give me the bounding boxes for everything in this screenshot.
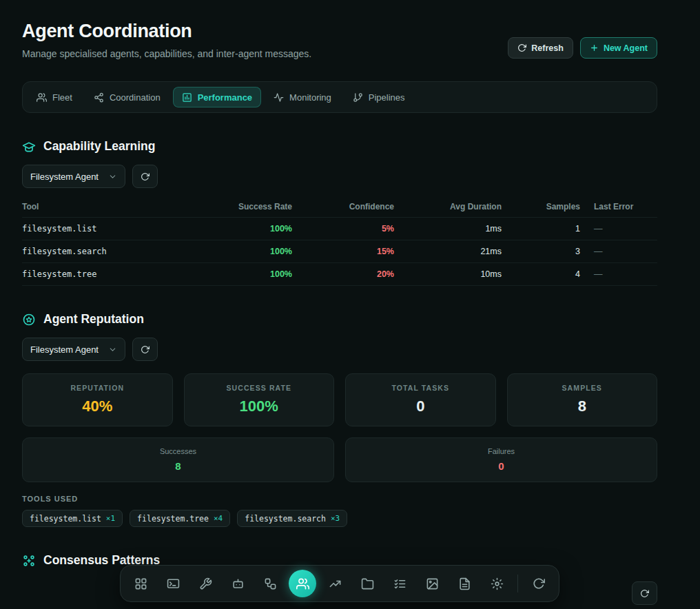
plus-icon: [590, 43, 599, 52]
col-success-rate: Success Rate: [182, 196, 292, 218]
terminal-icon[interactable]: [159, 570, 187, 597]
tool-chip-name: filesystem.list: [30, 514, 101, 524]
wrench-icon[interactable]: [192, 570, 219, 597]
tab-performance[interactable]: Performance: [173, 87, 261, 107]
table-row[interactable]: filesystem.tree 100% 20% 10ms 4 —: [22, 263, 657, 286]
refresh-icon: [517, 43, 526, 52]
page-title: Agent Coordination: [22, 21, 311, 42]
grid-icon[interactable]: [127, 570, 154, 597]
git-branch-icon: [353, 92, 363, 103]
cell-last-error: —: [580, 218, 657, 240]
table-row[interactable]: filesystem.search 100% 15% 21ms 3 —: [22, 240, 657, 263]
col-confidence: Confidence: [292, 196, 394, 218]
col-samples: Samples: [502, 196, 580, 218]
tab-fleet[interactable]: Fleet: [28, 87, 81, 107]
refresh-icon: [640, 589, 649, 598]
tab-coordination[interactable]: Coordination: [85, 87, 169, 107]
capability-learning-title: Capability Learning: [43, 139, 155, 154]
share-icon: [94, 92, 104, 103]
tools-used-label: TOOLS USED: [22, 495, 657, 503]
stat-label: Samples: [515, 384, 650, 392]
tab-bar: Fleet Coordination Performance Monitorin…: [22, 81, 657, 113]
col-avg-duration: Avg Duration: [394, 196, 502, 218]
tab-monitoring-label: Monitoring: [289, 92, 331, 103]
workflow-icon[interactable]: [256, 570, 284, 597]
agent-reputation-title: Agent Reputation: [43, 312, 144, 327]
reputation-outcome-grid: Successes 8 Failures 0: [22, 437, 657, 482]
agent-select[interactable]: Filesystem Agent: [22, 165, 125, 188]
graduation-cap-icon: [22, 140, 36, 154]
cell-confidence: 15%: [292, 240, 394, 263]
reputation-refresh-button[interactable]: [132, 338, 158, 361]
agent-select[interactable]: Filesystem Agent: [22, 338, 125, 361]
cell-last-error: —: [580, 240, 657, 263]
page-header: Agent Coordination Manage specialised ag…: [22, 21, 657, 59]
tab-coordination-label: Coordination: [110, 92, 161, 103]
stat-label: Total Tasks: [353, 384, 488, 392]
tab-fleet-label: Fleet: [52, 92, 72, 103]
stat-card-failures: Failures 0: [345, 437, 657, 482]
stat-label: Reputation: [30, 384, 165, 392]
refresh-icon: [141, 172, 150, 181]
cell-confidence: 5%: [292, 218, 394, 240]
tasks-icon[interactable]: [386, 570, 413, 597]
header-actions: Refresh New Agent: [508, 37, 657, 59]
app-dock: [120, 565, 559, 602]
refresh-button[interactable]: Refresh: [508, 37, 573, 59]
tool-chip-count: ×4: [214, 514, 223, 523]
agents-icon[interactable]: [289, 570, 316, 597]
reputation-stat-grid: Reputation 40% Success Rate 100% Total T…: [22, 373, 657, 426]
chart-icon[interactable]: [321, 570, 349, 597]
settings-icon[interactable]: [483, 570, 511, 597]
tab-pipelines[interactable]: Pipelines: [344, 87, 414, 107]
cell-tool: filesystem.search: [22, 240, 182, 263]
tool-chip: filesystem.search ×3: [237, 510, 347, 527]
tool-chip-count: ×1: [106, 514, 115, 523]
tab-monitoring[interactable]: Monitoring: [265, 87, 340, 107]
stat-value: 0: [353, 398, 488, 415]
award-star-icon: [22, 313, 36, 327]
stat-card-reputation: Reputation 40%: [22, 373, 173, 426]
cell-samples: 3: [502, 240, 580, 263]
cell-success-rate: 100%: [182, 240, 292, 263]
capability-learning-controls: Filesystem Agent: [22, 165, 657, 188]
stat-label: Success Rate: [192, 384, 327, 392]
stat-card-successes: Successes 8: [22, 437, 334, 482]
cell-avg-duration: 1ms: [394, 218, 502, 240]
col-tool: Tool: [22, 196, 182, 218]
page-subtitle: Manage specialised agents, capabilities,…: [22, 48, 311, 59]
users-icon: [37, 92, 47, 103]
folder-icon[interactable]: [353, 570, 381, 597]
cell-success-rate: 100%: [182, 263, 292, 286]
consensus-icon: [22, 554, 36, 568]
agent-select-value: Filesystem Agent: [30, 344, 99, 355]
cell-avg-duration: 10ms: [394, 263, 502, 286]
agent-reputation-section-header: Agent Reputation: [22, 312, 657, 327]
image-icon[interactable]: [418, 570, 446, 597]
refresh-icon: [141, 345, 150, 354]
cell-avg-duration: 21ms: [394, 240, 502, 263]
stat-value: 40%: [30, 398, 165, 415]
consensus-refresh-button[interactable]: [632, 581, 657, 605]
cell-samples: 4: [502, 263, 580, 286]
capability-learning-section-header: Capability Learning: [22, 139, 657, 154]
refresh-icon[interactable]: [525, 570, 553, 597]
outcome-label: Successes: [30, 447, 327, 455]
capability-table-header-row: Tool Success Rate Confidence Avg Duratio…: [22, 196, 657, 218]
agent-select-value: Filesystem Agent: [30, 172, 99, 182]
tool-chip-count: ×3: [331, 514, 340, 523]
agent-reputation-controls: Filesystem Agent: [22, 338, 657, 361]
tab-pipelines-label: Pipelines: [369, 92, 405, 103]
tool-chip-name: filesystem.search: [245, 514, 326, 524]
cell-success-rate: 100%: [182, 218, 292, 240]
bar-chart-icon: [182, 92, 192, 103]
new-agent-button[interactable]: New Agent: [580, 37, 657, 59]
file-icon[interactable]: [451, 570, 478, 597]
table-row[interactable]: filesystem.list 100% 5% 1ms 1 —: [22, 218, 657, 240]
new-agent-button-label: New Agent: [604, 43, 648, 53]
stat-value: 8: [515, 398, 650, 415]
col-last-error: Last Error: [580, 196, 657, 218]
capability-refresh-button[interactable]: [132, 165, 158, 188]
bot-icon[interactable]: [224, 570, 251, 597]
tool-chip: filesystem.list ×1: [22, 510, 123, 527]
